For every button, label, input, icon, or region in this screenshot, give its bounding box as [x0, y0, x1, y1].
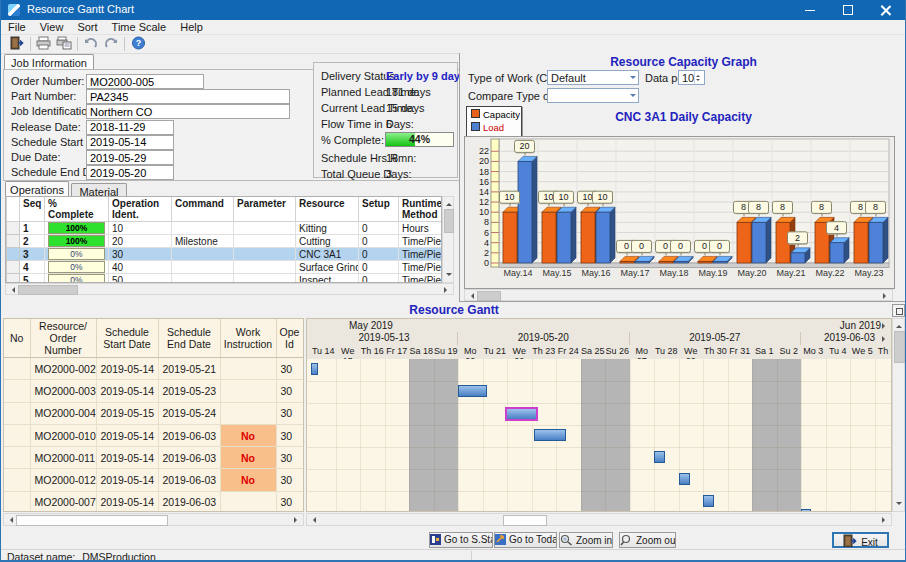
gantt-options-button[interactable]	[892, 304, 905, 317]
scroll-left-icon[interactable]	[7, 517, 13, 523]
redo-button[interactable]	[101, 35, 121, 53]
print-setup-button[interactable]	[54, 35, 74, 53]
delivery-value: 15 days	[386, 102, 425, 114]
ops-row[interactable]: 50%50Inspect0Time/Piece	[7, 274, 443, 284]
scroll-right-icon[interactable]	[882, 517, 888, 523]
gantt-table-row[interactable]: MO2000-0072019-05-142019-06-0330	[4, 491, 303, 512]
gantt-vscrollbar[interactable]	[892, 318, 905, 512]
scroll-right-icon[interactable]	[883, 293, 889, 299]
menu-file[interactable]: File	[1, 20, 33, 35]
gantt-table-row[interactable]: MO2000-0042019-05-152019-05-2430	[4, 402, 303, 424]
gantt-bar[interactable]	[679, 473, 690, 485]
gantt-cell	[4, 447, 30, 469]
chart-hscrollbar[interactable]	[464, 289, 893, 301]
gantt-table-row[interactable]: MO2000-0022019-05-142019-05-2130	[4, 358, 303, 380]
ops-row[interactable]: 40%40Surface Grinders0Time/Piece	[7, 261, 443, 274]
scroll-right-icon[interactable]	[294, 517, 300, 523]
svg-text:8: 8	[819, 202, 824, 212]
gantt-timeline-hscrollbar[interactable]	[306, 513, 892, 526]
gantt-column-header: Schedule Start Date	[96, 319, 158, 358]
gantt-bar-selected[interactable]	[505, 407, 538, 421]
spinner-down-icon[interactable]	[696, 79, 700, 83]
tab-material[interactable]: Material	[71, 183, 127, 196]
job-field-input-schedule-start-date[interactable]	[86, 135, 174, 150]
data-points-spinner[interactable]: 10	[678, 70, 705, 85]
gantt-table-row[interactable]: MO2000-0102019-05-142019-06-03No30	[4, 424, 303, 446]
gantt-bar[interactable]	[458, 385, 487, 397]
scroll-left-icon[interactable]	[468, 293, 474, 299]
scrollbar-thumb[interactable]	[477, 291, 501, 301]
job-field-input-release-date[interactable]	[86, 120, 174, 135]
ops-row[interactable]: 2100%20MilestoneCutting0Time/Piece	[7, 235, 443, 248]
job-field-input-order-number[interactable]	[86, 74, 204, 89]
spinner-up-icon[interactable]	[696, 73, 700, 77]
gantt-cell: MO2000-010	[30, 424, 96, 446]
week-cell: 2019-06-03	[801, 332, 892, 345]
operations-table[interactable]: Seq% CompleteOperation Ident.CommandPara…	[5, 196, 442, 283]
ops-cell: 100%	[45, 235, 109, 248]
day-cell: Su 19	[434, 346, 459, 359]
ops-cell	[7, 222, 20, 235]
scrollbar-thumb[interactable]	[18, 285, 78, 295]
ops-cell: 30	[109, 248, 172, 261]
ops-cell: 10	[109, 222, 172, 235]
scroll-left-icon[interactable]	[9, 287, 15, 293]
type-of-work-select[interactable]: Default	[547, 70, 639, 85]
day-cell: We 22	[507, 346, 532, 359]
menu-time-scale[interactable]: Time Scale	[105, 20, 174, 35]
gantt-table-row[interactable]: MO2000-0122019-05-142019-06-03No30	[4, 469, 303, 491]
gantt-bar-partial[interactable]	[801, 509, 811, 512]
undo-button[interactable]	[81, 35, 101, 53]
svg-text:May.16: May.16	[582, 268, 611, 278]
gantt-table-row[interactable]: MO2000-0112019-05-142019-06-03No30	[4, 447, 303, 469]
ops-row[interactable]: 30%30CNC 3A10Time/Piece	[7, 248, 443, 261]
tab-job-information[interactable]: Job Information	[4, 54, 94, 70]
goto-sstart-button[interactable]: Go to S.Start	[429, 532, 493, 548]
timeline-body[interactable]	[307, 359, 891, 512]
operations-hscrollbar[interactable]	[5, 283, 454, 295]
minimize-button[interactable]	[791, 0, 829, 20]
scroll-left-icon[interactable]	[310, 517, 316, 523]
job-field-input-schedule-end-date[interactable]	[86, 165, 174, 180]
maximize-button[interactable]	[829, 0, 867, 20]
scroll-down-icon[interactable]	[446, 273, 452, 279]
job-field-input-part-number[interactable]	[86, 89, 290, 104]
exit-button[interactable]	[7, 35, 27, 53]
help-button[interactable]: ?	[128, 35, 148, 53]
job-field-input-due-date[interactable]	[86, 150, 174, 165]
scrollbar-thumb[interactable]	[503, 515, 547, 526]
print-button[interactable]	[34, 35, 54, 53]
gantt-cell	[4, 380, 30, 402]
zoom-out-button[interactable]: Zoom out	[619, 532, 676, 548]
menu-sort[interactable]: Sort	[70, 20, 104, 35]
compare-type-select[interactable]	[547, 88, 639, 103]
gantt-bar[interactable]	[703, 495, 714, 507]
scrollbar-thumb[interactable]	[894, 331, 905, 363]
scroll-down-icon[interactable]	[896, 502, 902, 508]
spinner-buttons[interactable]	[694, 71, 704, 84]
gantt-table-hscrollbar[interactable]	[3, 513, 304, 526]
gantt-order-table[interactable]: NoResource/ Order NumberSchedule Start D…	[3, 318, 304, 512]
ops-row[interactable]: 1100%10Kitting0Hours	[7, 222, 443, 235]
gantt-bar[interactable]	[534, 429, 566, 441]
gantt-bar[interactable]	[654, 451, 665, 463]
gantt-timeline[interactable]: May 2019Jun 20192019-05-132019-05-202019…	[306, 318, 892, 512]
ops-cell	[234, 222, 296, 235]
scroll-up-icon[interactable]	[896, 322, 902, 328]
tab-operations[interactable]: Operations	[5, 181, 69, 196]
exit-button[interactable]: Exit	[832, 532, 889, 548]
scrollbar-thumb[interactable]	[444, 209, 454, 233]
job-field-input-job-identification[interactable]	[86, 104, 290, 119]
gantt-bar[interactable]	[311, 363, 318, 375]
menu-view[interactable]: View	[33, 20, 71, 35]
menu-help[interactable]: Help	[173, 20, 210, 35]
gantt-table-row[interactable]: MO2000-0032019-05-142019-05-2330	[4, 380, 303, 402]
scrollbar-thumb[interactable]	[16, 515, 168, 526]
operations-vscrollbar[interactable]	[442, 196, 454, 283]
scroll-right-icon[interactable]	[444, 287, 450, 293]
zoom-in-button[interactable]: Zoom in	[559, 532, 613, 548]
delivery-label: Schedule Hrs Rmn:	[321, 152, 416, 164]
goto-today-button[interactable]: Go to Today	[494, 532, 557, 548]
scroll-up-icon[interactable]	[446, 200, 452, 206]
close-button[interactable]	[867, 0, 905, 20]
